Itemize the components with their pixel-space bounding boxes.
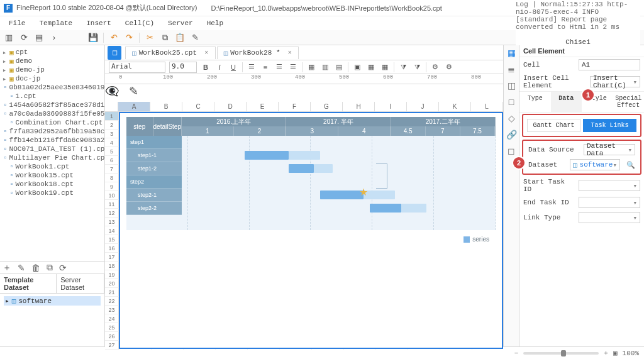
grid2-icon[interactable]: ▦	[380, 62, 390, 72]
visibility-icon[interactable]: 👁‍🗨	[105, 84, 119, 102]
cell-value-input[interactable]: A1	[579, 59, 640, 70]
row-header[interactable]: 25	[105, 323, 119, 332]
row-header[interactable]: 6	[105, 156, 119, 165]
align-justify-icon[interactable]: ☰	[288, 62, 298, 72]
link-icon[interactable]: 🔗	[506, 130, 517, 140]
col-G[interactable]: G	[311, 102, 343, 112]
row-header[interactable]: 5	[105, 147, 119, 156]
filter-icon[interactable]: ⧩	[398, 62, 408, 72]
dataset-select[interactable]: ◫ software	[570, 159, 620, 170]
row-header[interactable]: 9	[105, 182, 119, 191]
misc2-icon[interactable]: ⚙	[444, 62, 454, 72]
row-header[interactable]: 13	[105, 218, 119, 226]
end-task-id-select[interactable]	[579, 197, 640, 208]
menu-cell[interactable]: Cell(C)	[120, 18, 159, 28]
edit-chart-icon[interactable]: ✎	[129, 84, 138, 102]
delete-dataset-icon[interactable]: 🗑	[31, 263, 40, 273]
brush-icon[interactable]: ✎	[190, 33, 200, 43]
refresh-icon[interactable]: ⟳	[19, 33, 29, 43]
data-source-select[interactable]: Dataset Data	[584, 144, 635, 155]
close-tab-icon[interactable]: ×	[288, 49, 292, 57]
col-L[interactable]: L	[471, 102, 503, 112]
subtab-task-links[interactable]: Task Links	[583, 119, 636, 132]
undo-icon[interactable]: ↶	[109, 33, 119, 43]
row-header[interactable]: 20	[105, 279, 119, 288]
collapse-icon[interactable]: ›	[49, 33, 59, 43]
new-icon[interactable]: ▥	[4, 33, 14, 43]
tab-data[interactable]: Data	[551, 92, 582, 112]
unmerge-icon[interactable]: ▤	[334, 62, 344, 72]
view-mode-icon[interactable]: ▣	[613, 349, 618, 357]
grid-icon[interactable]: ▦	[366, 62, 376, 72]
close-tab-icon[interactable]: ×	[204, 49, 209, 57]
col-A[interactable]: A	[118, 102, 150, 112]
tab-special-effect[interactable]: Special Effect	[613, 92, 645, 112]
refresh-dataset-icon[interactable]: ⟳	[59, 263, 67, 273]
row-header[interactable]: 19	[105, 270, 119, 279]
table-icon[interactable]: ▣	[352, 62, 362, 72]
copy-dataset-icon[interactable]: ⧉	[47, 262, 53, 273]
row-header[interactable]: 15	[105, 235, 119, 244]
menu-template[interactable]: Template	[34, 18, 77, 28]
font-size-select[interactable]: 9.0	[169, 62, 197, 73]
row-header[interactable]: 24	[105, 314, 119, 323]
row-header[interactable]: 4	[105, 138, 119, 147]
cell-attr-icon[interactable]: ≣	[508, 64, 515, 74]
row-header[interactable]: 23	[105, 306, 119, 314]
row-header[interactable]: 26	[105, 332, 119, 341]
col-I[interactable]: I	[375, 102, 407, 112]
border-icon[interactable]: ▦	[306, 62, 316, 72]
tab-template-dataset[interactable]: Template Dataset	[0, 274, 57, 293]
row-header[interactable]: 27	[105, 341, 119, 350]
open-icon[interactable]: ▤	[34, 33, 44, 43]
align-left-icon[interactable]: ☰	[247, 62, 257, 72]
row-header[interactable]: 3	[105, 130, 119, 138]
add-dataset-icon[interactable]: ＋	[3, 262, 11, 273]
subtab-gantt-chart[interactable]: Gantt Chart	[527, 119, 580, 132]
tab-server-dataset[interactable]: Server Dataset	[57, 274, 104, 293]
menu-help[interactable]: Help	[202, 18, 228, 28]
row-header[interactable]: 14	[105, 226, 119, 235]
start-task-id-select[interactable]	[579, 180, 640, 191]
row-header[interactable]: 22	[105, 297, 119, 306]
file-tree[interactable]: ▸▣cpt ▸▣demo ▸▣demo-jp ▸▣doc-jp ▫0b81a02…	[0, 45, 104, 262]
row-header[interactable]: 1	[105, 112, 119, 121]
dataset-list[interactable]: ▸ ◫ software	[0, 294, 104, 346]
col-C[interactable]: C	[182, 102, 214, 112]
bold-button[interactable]: B	[201, 62, 211, 72]
row-header[interactable]: 2	[105, 121, 119, 130]
row-header[interactable]: 10	[105, 191, 119, 200]
save-icon[interactable]: 💾	[88, 33, 98, 43]
redo-icon[interactable]: ↷	[124, 33, 134, 43]
row-header[interactable]: 18	[105, 262, 119, 270]
col-F[interactable]: F	[279, 102, 311, 112]
row-header[interactable]: 11	[105, 200, 119, 209]
dataset-expand-icon[interactable]: ▸	[5, 297, 9, 305]
col-E[interactable]: E	[247, 102, 279, 112]
row-header[interactable]: 7	[105, 165, 119, 174]
paste-icon[interactable]: 📋	[175, 33, 185, 43]
dataset-search-icon[interactable]: 🔍	[626, 161, 635, 169]
zoom-slider[interactable]	[523, 352, 599, 355]
italic-button[interactable]: I	[214, 62, 225, 72]
col-K[interactable]: K	[439, 102, 471, 112]
zoom-out-icon[interactable]: −	[514, 350, 519, 357]
doc-tab-workbook25[interactable]: ◫ WorkBook25.cpt ×	[125, 47, 216, 59]
col-H[interactable]: H	[343, 102, 375, 112]
menu-file[interactable]: File	[4, 18, 30, 28]
present-icon[interactable]: ◻	[508, 146, 515, 156]
row-header[interactable]: 8	[105, 174, 119, 182]
row-header[interactable]: 12	[105, 209, 119, 218]
row-header[interactable]: 21	[105, 288, 119, 297]
menu-server[interactable]: Server	[163, 18, 198, 28]
app-tile-icon[interactable]: ◻	[108, 46, 121, 60]
float-icon[interactable]: ◫	[508, 80, 516, 91]
link-type-select[interactable]	[579, 212, 640, 223]
underline-button[interactable]: U	[228, 62, 238, 72]
condition-icon[interactable]: ◇	[508, 113, 515, 123]
col-D[interactable]: D	[214, 102, 247, 112]
row-header[interactable]: 17	[105, 253, 119, 262]
edit-dataset-icon[interactable]: ✎	[18, 263, 25, 273]
col-J[interactable]: J	[407, 102, 439, 112]
menu-insert[interactable]: Insert	[81, 18, 116, 28]
